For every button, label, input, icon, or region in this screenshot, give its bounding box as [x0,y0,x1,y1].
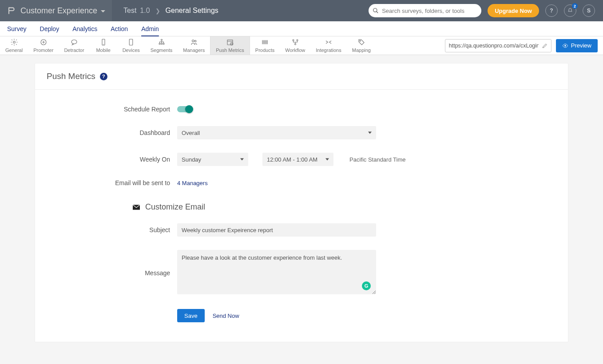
search-input[interactable] [369,4,481,17]
schedule-report-toggle[interactable] [177,106,191,112]
tool-devices[interactable]: Devices [117,36,145,55]
svg-point-2 [13,41,15,44]
nav-item-action[interactable]: Action [111,23,128,35]
help-button[interactable]: ? [545,4,558,17]
devices-icon [127,38,135,46]
svg-line-1 [377,12,378,13]
svg-point-8 [161,39,162,40]
weekly-day-select[interactable]: Sunday [177,153,248,166]
eye-icon [562,43,568,49]
workflow-icon [291,38,299,46]
app-header: Customer Experience Test 1.0 ❯ General S… [0,0,603,21]
avatar-button[interactable]: S [583,4,595,17]
schedule-report-label: Schedule Report [53,106,177,113]
dashboard-label: Dashboard [53,129,177,136]
svg-point-20 [360,40,361,41]
timezone-text: Pacific Standard Time [349,156,405,163]
message-label: Message [53,269,177,277]
svg-rect-7 [129,39,133,45]
svg-point-18 [297,40,298,41]
breadcrumb-current: General Settings [166,7,218,15]
tool-managers[interactable]: Managers [178,36,210,55]
tool-mobile[interactable]: Mobile [90,36,117,55]
upgrade-button[interactable]: Upgrade Now [488,4,539,17]
integrations-icon [325,38,333,46]
search-icon [373,8,379,14]
breadcrumb: Test 1.0 ❯ General Settings [112,7,218,15]
svg-point-10 [161,43,162,44]
customize-email-header: Customize Email [132,202,550,212]
save-button[interactable]: Save [177,309,205,322]
app-logo-icon [6,6,16,16]
tool-workflow[interactable]: Workflow [280,36,310,55]
svg-point-19 [294,44,296,45]
page-url-field[interactable] [445,39,551,52]
toolbar-right: Preview [445,36,603,55]
caret-down-icon [240,158,244,161]
weekly-on-label: Weekly On [53,156,177,163]
main-content: Push Metrics ? Schedule Report Dashboard… [0,55,603,360]
panel-body: Schedule Report Dashboard Overall Weekly… [35,90,568,342]
weekly-time-select[interactable]: 12:00 AM - 1:00 AM [262,153,333,166]
chat-icon [70,38,78,46]
nav-item-deploy[interactable]: Deploy [40,23,60,35]
dashboard-select[interactable]: Overall [177,126,376,139]
panel-title: Push Metrics [47,71,95,81]
panel-header: Push Metrics ? [35,63,568,90]
hierarchy-icon [158,38,166,46]
tool-promoter[interactable]: Promoter [28,36,59,55]
tool-products[interactable]: Products [250,36,280,55]
preview-button[interactable]: Preview [556,39,598,52]
nav-item-survey[interactable]: Survey [7,23,27,35]
svg-point-0 [373,8,377,12]
svg-point-17 [293,40,294,41]
search-wrap [369,4,481,17]
svg-point-11 [163,43,164,44]
grammarly-icon[interactable]: G [362,281,371,290]
main-nav: Survey Deploy Analytics Action Admin [0,21,603,36]
notification-badge: 2 [572,3,578,9]
people-icon [190,38,198,46]
svg-point-21 [564,45,566,47]
envelope-icon [132,204,141,211]
push-metrics-panel: Push Metrics ? Schedule Report Dashboard… [35,63,568,342]
caret-down-icon [325,158,329,161]
nav-item-admin[interactable]: Admin [141,23,159,35]
managers-link[interactable]: 4 Managers [177,180,208,186]
send-now-button[interactable]: Send Now [213,313,239,319]
svg-point-13 [194,40,196,42]
brand-title: Customer Experience [20,6,97,16]
svg-point-4 [71,40,77,44]
mobile-icon [99,38,107,46]
message-textarea[interactable] [177,250,376,294]
tool-mapping[interactable]: Mapping [347,36,376,55]
admin-toolbar: General Promoter Detractor Mobile Device… [0,36,603,55]
breadcrumb-version: 1.0 [140,7,150,15]
gear-icon [10,38,18,46]
svg-point-12 [192,40,194,42]
tag-icon [357,38,365,46]
tool-push-metrics[interactable]: Push Metrics [210,36,250,55]
caret-down-icon [101,7,105,14]
breadcrumb-root[interactable]: Test [123,7,136,15]
subject-label: Subject [53,226,177,233]
tool-segments[interactable]: Segments [145,36,178,55]
pencil-icon[interactable] [542,43,548,49]
url-wrap [445,39,551,52]
chevron-right-icon: ❯ [154,8,162,14]
notifications-button[interactable]: 2 [564,4,576,17]
subject-input[interactable] [177,223,376,237]
help-icon[interactable]: ? [100,73,107,80]
brand-area[interactable]: Customer Experience [0,0,112,21]
tool-integrations[interactable]: Integrations [310,36,346,55]
caret-down-icon [368,132,372,134]
plus-circle-icon [40,38,48,46]
tool-detractor[interactable]: Detractor [59,36,89,55]
nav-item-analytics[interactable]: Analytics [72,23,97,35]
calendar-clock-icon [226,38,234,46]
barcode-icon [261,38,269,46]
header-right: Upgrade Now ? 2 S [369,4,603,17]
bell-icon [567,8,573,14]
email-sent-to-label: Email will be sent to [53,179,177,186]
tool-general[interactable]: General [0,36,28,55]
